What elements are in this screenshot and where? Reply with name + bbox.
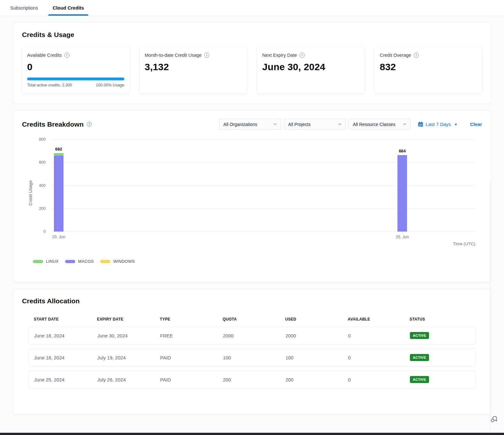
table-row: June 18, 2024June 30, 2024FREE200020000A… <box>28 327 476 344</box>
y-tick-label: 200 <box>22 206 46 211</box>
status-badge: ACTIVE <box>410 376 429 383</box>
column-header: USED <box>285 317 348 321</box>
cell-status: ACTIVE <box>410 376 475 383</box>
credit-overage-card: Credit Overage i 832 <box>375 47 482 93</box>
chart-filters: All Organizations All Projects All Resou… <box>219 119 482 130</box>
table-cell: June 25, 2024 <box>34 377 97 382</box>
table-cell: 100 <box>285 355 348 360</box>
active-tab-underline <box>48 14 88 16</box>
table-header-row: START DATEEXPIRY DATETYPEQUOTAUSEDAVAILA… <box>28 317 476 321</box>
table-cell: FREE <box>160 333 223 338</box>
credits-progress-bar <box>27 77 124 80</box>
next-expiry-value: June 30, 2024 <box>262 62 359 72</box>
table-row: June 18, 2024July 19, 2024PAID1001000ACT… <box>28 349 476 366</box>
legend-item-linux[interactable]: LINUX <box>33 259 59 264</box>
table-cell: 0 <box>348 333 410 338</box>
column-header: QUOTA <box>223 317 285 321</box>
table-cell: July 26, 2024 <box>97 377 160 382</box>
right-panel-divider <box>490 182 490 433</box>
legend-label: MACOS <box>78 259 94 264</box>
x-axis-title: Time (UTC) <box>453 241 475 246</box>
x-tick-mark <box>402 232 403 233</box>
table-cell: June 18, 2024 <box>34 355 97 360</box>
legend-swatch <box>33 260 43 263</box>
credits-usage-title: Credits & Usage <box>22 31 482 39</box>
credit-overage-label: Credit Overage <box>380 53 411 58</box>
y-tick-label: 0 <box>22 229 46 234</box>
credits-allocation-title: Credits Allocation <box>22 297 482 305</box>
credits-usage-section: Credits & Usage Available Credits i 0 To… <box>13 22 491 104</box>
x-tick-label: 20. Jun <box>48 235 70 239</box>
gridline <box>51 162 475 163</box>
column-header: AVAILABLE <box>348 317 410 321</box>
column-header: START DATE <box>34 317 97 321</box>
gridline <box>51 209 475 209</box>
table-row: June 25, 2024July 26, 2024PAID2002000ACT… <box>28 371 476 388</box>
table-body: June 18, 2024June 30, 2024FREE200020000A… <box>28 327 476 388</box>
info-icon[interactable]: i <box>87 122 92 127</box>
bar-segment-linux[interactable] <box>54 153 63 156</box>
tab-cloud-credits[interactable]: Cloud Credits <box>49 0 87 16</box>
legend-swatch <box>65 260 75 263</box>
clear-filters-button[interactable]: Clear <box>470 122 482 127</box>
bottom-window-edge <box>0 433 504 435</box>
column-header: STATUS <box>410 317 476 321</box>
table-cell: June 18, 2024 <box>34 333 97 338</box>
table-cell: PAID <box>160 355 223 360</box>
page-content: Credits & Usage Available Credits i 0 To… <box>0 16 504 433</box>
available-credits-value: 0 <box>27 62 124 72</box>
y-tick-label: 600 <box>22 160 46 165</box>
column-header: EXPIRY DATE <box>97 317 160 321</box>
credit-usage-chart: Credit Usage 68220. Jun66425. Jun Time (… <box>22 139 482 246</box>
bar-segment-macos[interactable] <box>397 155 407 232</box>
calendar-icon <box>418 122 423 127</box>
info-icon[interactable]: i <box>64 53 70 58</box>
available-credits-label: Available Credits <box>27 53 62 58</box>
info-icon[interactable]: i <box>414 53 419 58</box>
status-badge: ACTIVE <box>410 354 429 361</box>
legend-item-macos[interactable]: MACOS <box>65 259 94 264</box>
chevron-down-icon <box>338 123 342 125</box>
table-cell: 100 <box>223 355 285 360</box>
support-chat-icon[interactable] <box>490 415 498 425</box>
status-badge: ACTIVE <box>410 332 429 339</box>
info-icon[interactable]: i <box>300 53 305 58</box>
stat-cards-row: Available Credits i 0 Total active credi… <box>22 47 482 93</box>
credit-overage-value: 832 <box>380 62 477 72</box>
credits-breakdown-section: Credits Breakdown i All Organizations Al… <box>13 110 491 282</box>
legend-label: WINDOWS <box>113 259 135 264</box>
bar-segment-macos[interactable] <box>54 156 63 232</box>
legend-swatch <box>100 260 110 263</box>
next-expiry-card: Next Expiry Date i June 30, 2024 <box>257 47 365 93</box>
table-cell: 2000 <box>285 333 348 338</box>
legend-label: LINUX <box>46 259 59 264</box>
cell-status: ACTIVE <box>410 332 475 339</box>
tab-cloud-credits-label: Cloud Credits <box>53 5 84 11</box>
gridline <box>51 139 475 140</box>
bar-total-label: 664 <box>393 149 412 153</box>
credits-allocation-table: START DATEEXPIRY DATETYPEQUOTAUSEDAVAILA… <box>28 317 476 388</box>
legend-item-windows[interactable]: WINDOWS <box>100 259 135 264</box>
organizations-select[interactable]: All Organizations <box>219 119 281 130</box>
table-cell: 2000 <box>223 333 285 338</box>
info-icon[interactable]: i <box>204 53 209 58</box>
chevron-down-icon <box>403 123 406 125</box>
resource-classes-select[interactable]: All Resource Classes <box>349 119 411 130</box>
table-cell: 200 <box>223 377 285 382</box>
credits-breakdown-title: Credits Breakdown <box>22 121 84 128</box>
tab-subscriptions[interactable]: Subscriptions <box>7 0 41 16</box>
chart-legend: LINUXMACOSWINDOWS <box>33 259 482 264</box>
gridline <box>51 232 475 232</box>
table-cell: 0 <box>348 355 410 360</box>
tab-subscriptions-label: Subscriptions <box>10 5 38 11</box>
resource-classes-select-value: All Resource Classes <box>353 122 395 127</box>
projects-select-value: All Projects <box>288 122 310 127</box>
mtd-usage-card: Month-to-date Credit Usage i 3,132 <box>140 47 247 93</box>
date-range-picker[interactable]: Last 7 Days ▼ <box>418 122 457 127</box>
projects-select[interactable]: All Projects <box>284 119 346 130</box>
caret-down-icon: ▼ <box>454 122 458 126</box>
bar-total-label: 682 <box>49 147 68 151</box>
bar-segment-linux[interactable] <box>397 155 407 155</box>
chart-plot-area: 68220. Jun66425. Jun <box>51 139 475 232</box>
y-tick-label: 400 <box>22 183 46 188</box>
